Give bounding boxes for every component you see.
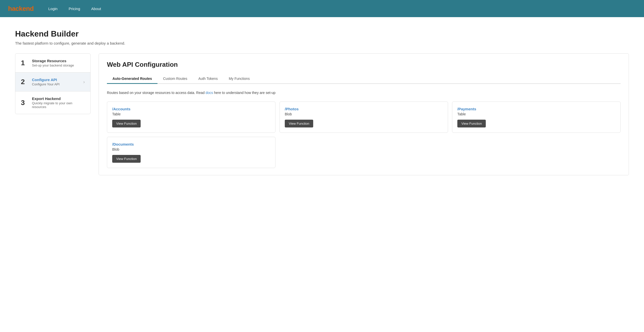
navbar: hackend Login Pricing About bbox=[0, 0, 644, 17]
logo: hackend bbox=[8, 5, 34, 13]
step-2-number: 2 bbox=[21, 78, 28, 86]
step-2[interactable]: 2 Configure API Configure Your API › bbox=[15, 73, 90, 91]
tab-custom-routes[interactable]: Custom Routes bbox=[157, 74, 193, 84]
step-1-number: 1 bbox=[21, 59, 28, 67]
tab-auto-generated-routes[interactable]: Auto-Generated Routes bbox=[107, 74, 157, 84]
view-function-accounts-button[interactable]: View Function bbox=[112, 120, 141, 127]
route-card-photos: /Photos Blob View Function bbox=[279, 102, 448, 133]
content-layout: 1 Storage Resources Set-up your backend … bbox=[15, 53, 629, 175]
view-function-photos-button[interactable]: View Function bbox=[285, 120, 313, 127]
route-card-documents: /Documents Blob View Function bbox=[107, 137, 275, 168]
step-1-title: Storage Resources bbox=[32, 59, 74, 63]
api-panel-title: Web API Configuration bbox=[107, 61, 621, 69]
route-accounts-name: /Accounts bbox=[112, 107, 270, 111]
step-2-title: Configure API bbox=[32, 78, 60, 82]
route-documents-type: Blob bbox=[112, 147, 270, 151]
step-1-content: Storage Resources Set-up your backend st… bbox=[32, 59, 74, 67]
view-function-documents-button[interactable]: View Function bbox=[112, 155, 141, 163]
step-1[interactable]: 1 Storage Resources Set-up your backend … bbox=[15, 54, 90, 73]
route-card-payments: /Payments Table View Function bbox=[452, 102, 621, 133]
api-panel: Web API Configuration Auto-Generated Rou… bbox=[99, 53, 629, 175]
main-content: Hackend Builder The fastest platform to … bbox=[0, 17, 644, 332]
route-photos-type: Blob bbox=[285, 112, 443, 116]
view-function-payments-button[interactable]: View Function bbox=[457, 120, 486, 127]
route-accounts-type: Table bbox=[112, 112, 270, 116]
step-2-arrow: › bbox=[83, 79, 85, 85]
nav-links: Login Pricing About bbox=[44, 5, 106, 13]
step-2-content: Configure API Configure Your API bbox=[32, 78, 60, 86]
route-card-accounts: /Accounts Table View Function bbox=[107, 102, 275, 133]
api-description-text2: here to understand how they are set-up bbox=[213, 91, 275, 95]
tab-my-functions[interactable]: My Functions bbox=[223, 74, 255, 84]
api-description-text1: Routes based on your storage resources t… bbox=[107, 91, 206, 95]
route-documents-name: /Documents bbox=[112, 142, 270, 146]
nav-pricing[interactable]: Pricing bbox=[64, 5, 85, 13]
tab-auth-tokens[interactable]: Auth Tokens bbox=[193, 74, 223, 84]
step-3-number: 3 bbox=[21, 99, 28, 107]
route-photos-name: /Photos bbox=[285, 107, 443, 111]
step-3-subtitle: Quickly migrate to your own resources bbox=[32, 101, 85, 109]
nav-login[interactable]: Login bbox=[44, 5, 62, 13]
logo-hack: hack bbox=[8, 5, 22, 12]
logo-end: end bbox=[22, 5, 34, 12]
route-payments-name: /Payments bbox=[457, 107, 615, 111]
step-1-subtitle: Set-up your backend storage bbox=[32, 63, 74, 67]
step-3-title: Export Hackend bbox=[32, 96, 85, 101]
step-3[interactable]: 3 Export Hackend Quickly migrate to your… bbox=[15, 91, 90, 114]
page-subtitle: The fastest platform to configure, gener… bbox=[15, 41, 629, 45]
tabs: Auto-Generated Routes Custom Routes Auth… bbox=[107, 74, 621, 84]
page-title: Hackend Builder bbox=[15, 29, 629, 39]
routes-grid: /Accounts Table View Function /Photos Bl… bbox=[107, 102, 621, 168]
step-2-subtitle: Configure Your API bbox=[32, 82, 60, 86]
nav-about[interactable]: About bbox=[87, 5, 106, 13]
api-description: Routes based on your storage resources t… bbox=[107, 90, 621, 95]
docs-link[interactable]: docs bbox=[206, 91, 213, 95]
step-3-content: Export Hackend Quickly migrate to your o… bbox=[32, 96, 85, 109]
route-payments-type: Table bbox=[457, 112, 615, 116]
steps-panel: 1 Storage Resources Set-up your backend … bbox=[15, 53, 91, 114]
